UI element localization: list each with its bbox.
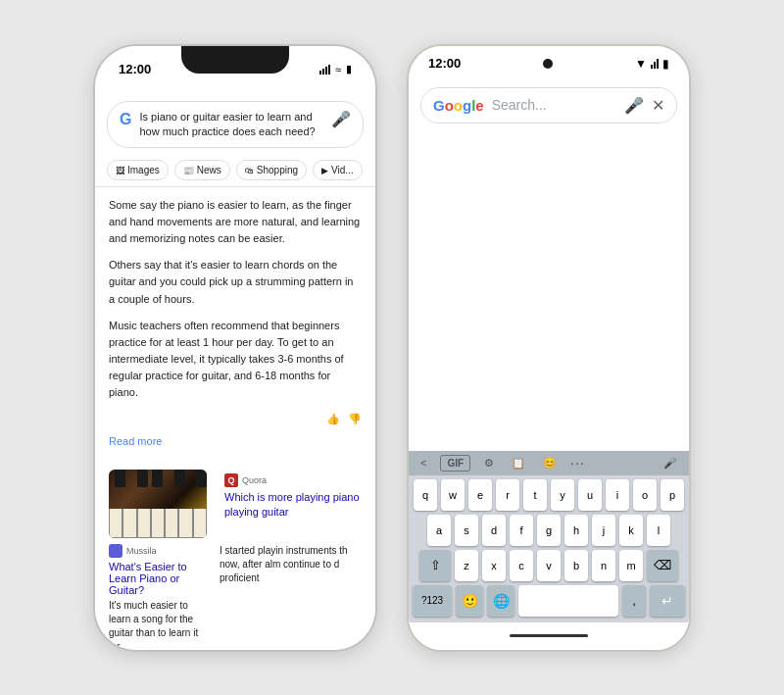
key-t[interactable]: t (523, 479, 547, 511)
key-i[interactable]: i (606, 479, 629, 511)
key-l[interactable]: l (647, 515, 670, 546)
thumbup-icon[interactable]: 👍 (326, 411, 340, 427)
keyboard-settings-btn[interactable]: ⚙ (480, 455, 498, 472)
key-p[interactable]: p (661, 479, 684, 511)
mussila-badge: Mussila (109, 544, 212, 558)
mussila-icon (109, 544, 122, 558)
signal-icon (319, 65, 330, 74)
key-enter[interactable]: ↵ (650, 585, 685, 617)
iphone-status-bar: 12:00 ≈ ▮ (95, 46, 375, 93)
keyboard-area: < GIF ⚙ 📋 😊 ··· 🎤 q w e r t y u (409, 451, 689, 622)
battery-icon: ▮ (346, 63, 352, 75)
feedback-row: 👍 👎 (109, 411, 362, 427)
keyboard-more-btn[interactable]: ··· (570, 455, 585, 471)
key-v[interactable]: v (537, 550, 561, 581)
mic-icon[interactable]: 🎤 (331, 110, 351, 128)
keyboard-row2: a s d f g h j k l (413, 515, 685, 546)
quora-title[interactable]: Which is more playing piano playing guit… (224, 490, 368, 521)
key-n[interactable]: n (592, 550, 615, 581)
android-close-icon[interactable]: ✕ (652, 96, 664, 115)
key-z[interactable]: z (455, 550, 478, 581)
key-backspace[interactable]: ⌫ (647, 550, 678, 581)
key-r[interactable]: r (496, 479, 519, 511)
key-numbers[interactable]: ?123 (413, 585, 452, 617)
android-wifi-icon: ▼ (635, 57, 647, 71)
keyboard-bottom-row: ?123 🙂 🌐 , ↵ (413, 585, 685, 617)
key-k[interactable]: k (619, 515, 643, 546)
key-j[interactable]: j (592, 515, 615, 546)
key-emoji-bottom[interactable]: 🙂 (456, 585, 483, 617)
key-x[interactable]: x (482, 550, 506, 581)
thumbdown-icon[interactable]: 👎 (348, 411, 362, 427)
key-b[interactable]: b (564, 550, 588, 581)
key-space[interactable] (518, 585, 618, 617)
android-status-bar: 12:00 ▼ ▮ (409, 46, 689, 81)
keyboard-emoji-btn[interactable]: 😊 (539, 455, 561, 472)
key-m[interactable]: m (619, 550, 643, 581)
mussila-title[interactable]: What's Easier to Learn Piano or Guitar? (109, 561, 212, 596)
shopping-icon: 🛍 (245, 166, 254, 175)
article-content: Some say the piano is easier to learn, a… (95, 187, 375, 470)
quora-desc-text: I started playin instruments th now, aft… (220, 544, 362, 585)
keyboard-back-btn[interactable]: < (416, 455, 430, 471)
key-comma[interactable]: , (622, 585, 646, 617)
key-q[interactable]: q (414, 479, 437, 511)
mussila-card[interactable]: Mussila What's Easier to Learn Piano or … (109, 544, 212, 650)
key-globe[interactable]: 🌐 (487, 585, 514, 617)
key-y[interactable]: y (551, 479, 574, 511)
iphone-content: G Is piano or guitar easier to learn and… (95, 93, 375, 650)
keyboard-clipboard-btn[interactable]: 📋 (508, 455, 529, 472)
tab-video[interactable]: ▶ Vid... (313, 160, 363, 180)
key-u[interactable]: u (578, 479, 602, 511)
android-search-bar[interactable]: Google Search... 🎤 ✕ (420, 87, 677, 124)
android-device: 12:00 ▼ ▮ Google Search... 🎤 ✕ (407, 44, 691, 652)
android-main-area (409, 129, 689, 451)
key-h[interactable]: h (564, 515, 588, 546)
key-o[interactable]: o (633, 479, 657, 511)
keyboard-gif-btn[interactable]: GIF (440, 455, 470, 472)
quora-card[interactable]: Q Quora Which is more playing piano play… (217, 470, 375, 538)
iphone-status-icons: ≈ ▮ (319, 63, 352, 75)
quora-desc-card[interactable]: I started playin instruments th now, aft… (220, 544, 362, 650)
android-mic-icon[interactable]: 🎤 (624, 96, 644, 115)
quora-icon: Q (224, 473, 238, 487)
keyboard-toolbar: < GIF ⚙ 📋 😊 ··· 🎤 (409, 451, 689, 475)
news-icon: 📰 (183, 166, 194, 175)
article-para3: Music teachers often recommend that begi… (109, 318, 362, 401)
keyboard-voice-btn[interactable]: 🎤 (660, 455, 681, 472)
tab-images[interactable]: 🖼 Images (107, 160, 169, 180)
android-status-right: ▼ ▮ (635, 57, 669, 71)
quora-badge: Q Quora (224, 473, 368, 487)
piano-image-card[interactable] (109, 470, 217, 538)
key-a[interactable]: a (427, 515, 451, 546)
key-e[interactable]: e (468, 479, 492, 511)
mussila-source: Mussila (126, 546, 157, 556)
tab-news[interactable]: 📰 News (174, 160, 230, 180)
search-bar[interactable]: G Is piano or guitar easier to learn and… (107, 101, 364, 149)
key-f[interactable]: f (510, 515, 533, 546)
article-para1: Some say the piano is easier to learn, a… (109, 197, 362, 247)
images-icon: 🖼 (116, 166, 124, 175)
iphone-time: 12:00 (119, 62, 151, 76)
android-camera (543, 59, 553, 69)
article-para2: Others say that it's easier to learn cho… (109, 257, 362, 307)
key-g[interactable]: g (537, 515, 561, 546)
android-content: Google Search... 🎤 ✕ < GIF ⚙ 📋 😊 ··· 🎤 (409, 81, 689, 650)
android-battery-icon: ▮ (662, 57, 669, 71)
key-c[interactable]: c (510, 550, 533, 581)
android-signal-icon (651, 59, 659, 69)
read-more-link[interactable]: Read more (109, 433, 362, 450)
piano-image (109, 470, 207, 538)
key-s[interactable]: s (455, 515, 478, 546)
key-w[interactable]: w (441, 479, 465, 511)
mussila-desc: It's much easier to learn a song for the… (109, 599, 212, 650)
tab-shopping[interactable]: 🛍 Shopping (236, 160, 307, 180)
key-shift[interactable]: ⇧ (419, 550, 451, 581)
google-logo-android: Google (433, 97, 484, 114)
keyboard-rows: q w e r t y u i o p a s d f g h (409, 475, 689, 622)
android-nav-bar (409, 622, 689, 650)
key-d[interactable]: d (482, 515, 506, 546)
iphone-device: 12:00 ≈ ▮ G Is piano or guitar easier to… (93, 44, 377, 652)
keyboard-row1: q w e r t y u i o p (413, 479, 685, 511)
piano-keys (109, 509, 207, 538)
